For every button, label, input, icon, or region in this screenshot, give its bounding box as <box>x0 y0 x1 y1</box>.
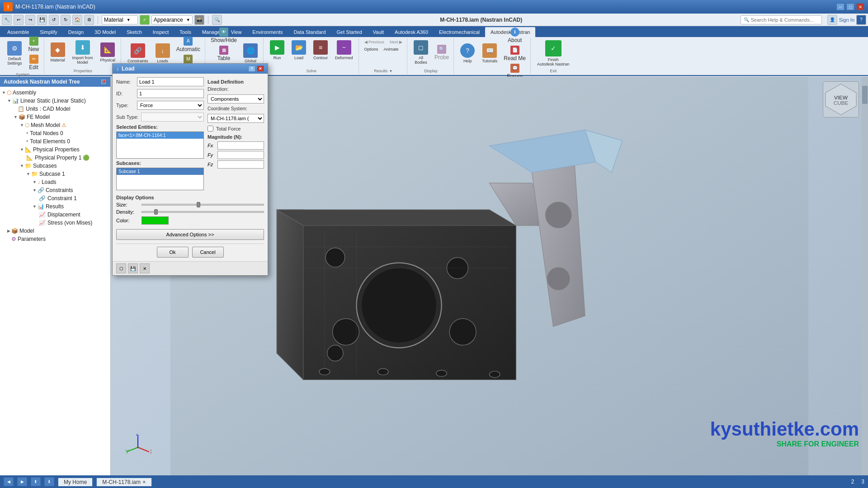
name-input[interactable] <box>137 77 204 86</box>
tree-item-parameters[interactable]: ▶ ⚙ Parameters <box>0 235 110 243</box>
btn-all-bodies[interactable]: ◻ AllBodies <box>411 39 431 66</box>
tree-item-fe-model[interactable]: ▼ 📦 FE Model <box>0 113 110 121</box>
tab-getstarted[interactable]: Get Started <box>331 27 368 37</box>
btn-readme[interactable]: 📄 Read Me <box>502 45 528 62</box>
dialog-help-btn[interactable]: ? <box>248 66 255 72</box>
tab-vault[interactable]: Vault <box>368 27 389 37</box>
btn-loads[interactable]: ↓ Loads <box>153 42 173 65</box>
tab-close-icon[interactable]: ✕ <box>142 480 146 484</box>
scrollbar-thumb[interactable] <box>862 86 868 104</box>
btn-edit[interactable]: ✏ Edit <box>27 54 41 71</box>
maximize-btn[interactable]: □ <box>846 3 854 10</box>
view-cube[interactable]: VIEW CUBE <box>823 81 859 117</box>
qb-icon-5[interactable]: ↺ <box>49 15 59 25</box>
fx-input[interactable] <box>217 141 264 150</box>
qb-icon-3[interactable]: ↪ <box>25 15 35 25</box>
id-input[interactable] <box>137 89 204 98</box>
bottom-icon-2[interactable]: 💾 <box>128 263 138 273</box>
btn-load-solve[interactable]: 📂 Load <box>289 39 309 61</box>
tree-item-displacement[interactable]: 📈 Displacement <box>0 211 110 219</box>
statusbar-btn-1[interactable]: ◀ <box>4 477 14 486</box>
search-box[interactable]: 🔍 <box>741 15 822 24</box>
qb-icon-7[interactable]: 🏠 <box>72 15 82 25</box>
btn-new[interactable]: + New <box>27 36 41 53</box>
direction-select[interactable]: Components Vector <box>208 94 264 103</box>
statusbar-btn-4[interactable]: ⬇ <box>44 477 54 486</box>
color-swatch[interactable] <box>142 216 169 225</box>
btn-run[interactable]: ▶ Run <box>267 39 287 61</box>
tree-item-assembly[interactable]: ▼ ⬡ Assembly <box>0 89 110 97</box>
close-btn[interactable]: ✕ <box>856 3 864 10</box>
ok-btn[interactable]: Ok <box>157 247 189 258</box>
tree-item-subcase-1[interactable]: ▼ 📁 Subcase 1 <box>0 170 110 178</box>
btn-automatic[interactable]: A Automatic <box>175 36 202 53</box>
tree-item-loads[interactable]: ▼ ↓ Loads <box>0 178 110 186</box>
panel-pin-btn[interactable]: 📌 <box>100 79 107 85</box>
qb-icon-6[interactable]: ↻ <box>61 15 71 25</box>
btn-options[interactable]: Options <box>363 46 380 52</box>
btn-default-settings[interactable]: ⚙ DefaultSettings <box>5 40 25 67</box>
size-slider-track[interactable] <box>142 204 264 206</box>
bottom-icon-1[interactable]: ⬡ <box>116 263 126 273</box>
btn-global[interactable]: 🌐 Global <box>241 42 260 65</box>
bottom-icon-3[interactable]: ✕ <box>140 263 150 273</box>
total-force-checkbox[interactable] <box>208 126 213 131</box>
tree-item-physical-properties[interactable]: ▼ 📐 Physical Properties <box>0 145 110 154</box>
sign-in-text[interactable]: Sign In <box>839 17 854 23</box>
tab-design[interactable]: Design <box>63 27 89 37</box>
tab-3dmodel[interactable]: 3D Model <box>89 27 121 37</box>
tab-datastandard[interactable]: Data Standard <box>288 27 331 37</box>
statusbar-btn-2[interactable]: ▶ <box>17 477 27 486</box>
btn-animate[interactable]: Animate <box>382 46 401 52</box>
tree-item-units[interactable]: ▶ 📋 Units : CAD Model <box>0 105 110 113</box>
tree-item-subcases[interactable]: ▼ 📁 Subcases <box>0 162 110 170</box>
qb-icon-9[interactable]: 📸 <box>194 15 204 25</box>
btn-tutorials[interactable]: 📖 Tutorials <box>479 42 500 65</box>
qb-apply-btn[interactable]: ✓ <box>140 15 150 25</box>
right-scrollbar[interactable] <box>862 77 868 475</box>
tree-item-linear-static[interactable]: ▼ 📊 Linear Static (Linear Static) <box>0 97 110 105</box>
tab-file[interactable]: M-CH-1178.iam ✕ <box>96 478 152 486</box>
dialog-close-btn[interactable]: ✕ <box>257 66 264 72</box>
tree-item-results[interactable]: ▼ 📊 Results <box>0 202 110 211</box>
statusbar-btn-3[interactable]: ⬆ <box>31 477 41 486</box>
fz-input[interactable] <box>217 160 264 169</box>
btn-finish-nastran[interactable]: ✓ FinishAutodesk Nastran <box>534 39 572 68</box>
tree-item-stress[interactable]: 📈 Stress (von Mises) <box>0 219 110 227</box>
tab-my-home[interactable]: My Home <box>58 478 93 486</box>
material-dropdown[interactable]: Material ▼ <box>102 15 138 24</box>
btn-about[interactable]: ℹ About <box>502 27 528 44</box>
search-input[interactable] <box>751 17 819 23</box>
btn-material[interactable]: ◆ Material <box>48 41 68 64</box>
btn-table[interactable]: ▦ Table <box>209 45 239 62</box>
size-slider-thumb[interactable] <box>197 202 200 207</box>
btn-help[interactable]: ? Help <box>458 42 477 65</box>
qb-icon-2[interactable]: ↩ <box>14 15 24 25</box>
btn-contour[interactable]: ≡ Contour <box>311 39 330 61</box>
minimize-btn[interactable]: ─ <box>836 3 844 10</box>
fy-input[interactable] <box>217 151 264 159</box>
btn-deformed[interactable]: ~ Deformed <box>332 39 356 61</box>
type-select[interactable]: Force Moment Pressure <box>137 101 204 110</box>
coord-select[interactable]: M-CH-1178.iam ( <box>208 114 264 123</box>
density-slider-thumb[interactable] <box>154 209 158 215</box>
btn-probe[interactable]: 🔍 Probe <box>433 44 451 61</box>
density-slider-track[interactable] <box>142 211 264 213</box>
btn-show-hide[interactable]: 👁 Show/Hide <box>209 27 239 44</box>
advanced-options-btn[interactable]: Advanced Options >> <box>116 229 264 240</box>
tree-item-mesh-model[interactable]: ▼ ⬡ Mesh Model ⚠ <box>0 121 110 129</box>
btn-physical[interactable]: 📐 Physical <box>98 41 118 64</box>
tree-item-constraint-1[interactable]: 🔗 Constraint 1 <box>0 194 110 202</box>
btn-previous[interactable]: ◀ Previous <box>363 39 387 45</box>
help-icon[interactable]: ? <box>856 15 866 25</box>
qb-icon-1[interactable]: 🔧 <box>2 15 12 25</box>
tree-item-physical-property-1[interactable]: 📐 Physical Property 1 🟢 <box>0 154 110 162</box>
tree-item-total-elements[interactable]: • Total Elements 0 <box>0 137 110 145</box>
btn-constraints[interactable]: 🔗 Constraints <box>125 42 151 65</box>
tree-item-model[interactable]: ▶ 📦 Model <box>0 227 110 235</box>
qb-icon-4[interactable]: 💾 <box>37 15 47 25</box>
tab-a360[interactable]: Autodesk A360 <box>389 27 434 37</box>
sign-in-icon[interactable]: 👤 <box>827 15 837 25</box>
tree-item-constraints[interactable]: ▼ 🔗 Constraints <box>0 186 110 194</box>
qb-icon-10[interactable]: 🔍 <box>212 15 222 25</box>
